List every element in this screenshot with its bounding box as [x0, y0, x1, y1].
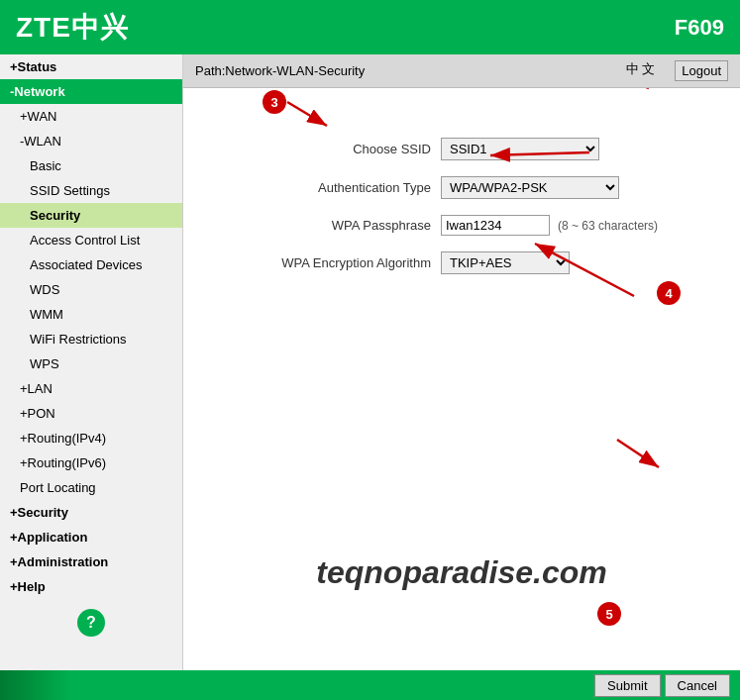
- sidebar-item-basic[interactable]: Basic: [0, 153, 182, 178]
- sidebar-item-lan[interactable]: +LAN: [0, 376, 182, 401]
- choose-ssid-label: Choose SSID: [213, 142, 431, 156]
- main-layout: +Status -Network +WAN -WLAN Basic SSID S…: [0, 54, 740, 670]
- annotation-3: 3: [263, 90, 286, 114]
- sidebar-item-wps[interactable]: WPS: [0, 351, 182, 376]
- svg-line-2: [287, 102, 327, 126]
- submit-button[interactable]: Submit: [594, 674, 660, 697]
- sidebar-item-security-section[interactable]: +Security: [0, 500, 182, 525]
- content-area: Path:Network-WLAN-Security 中 文 Logout 1 …: [183, 54, 740, 670]
- breadcrumb: Path:Network-WLAN-Security: [195, 63, 365, 78]
- passphrase-hint: (8 ~ 63 characters): [558, 219, 658, 233]
- logout-button[interactable]: Logout: [675, 60, 728, 81]
- sidebar-item-network[interactable]: -Network: [0, 79, 182, 104]
- help-button[interactable]: ?: [77, 609, 105, 637]
- sidebar-item-wan[interactable]: +WAN: [0, 104, 182, 129]
- encryption-control: TKIP AES TKIP+AES: [441, 251, 570, 274]
- sidebar-item-associated[interactable]: Associated Devices: [0, 252, 182, 277]
- auth-type-select[interactable]: None WEP WPA-PSK WPA2-PSK WPA/WPA2-PSK: [441, 176, 619, 199]
- path-bar: Path:Network-WLAN-Security 中 文 Logout: [183, 54, 740, 88]
- svg-line-5: [617, 440, 659, 467]
- footer-accent: [0, 670, 119, 700]
- form-row-encryption: WPA Encryption Algorithm TKIP AES TKIP+A…: [213, 251, 710, 274]
- encryption-select[interactable]: TKIP AES TKIP+AES: [441, 251, 570, 274]
- cancel-button[interactable]: Cancel: [665, 674, 730, 697]
- sidebar-item-security[interactable]: Security: [0, 203, 182, 228]
- passphrase-label: WPA Passphrase: [213, 218, 431, 233]
- form-area: 1 2 3 4 Choose SSID SSID1 SSID2: [183, 88, 740, 670]
- watermark: teqnoparadise.com: [316, 554, 606, 591]
- passphrase-control: [441, 215, 550, 236]
- sidebar-item-administration[interactable]: +Administration: [0, 550, 182, 574]
- footer: Submit Cancel: [0, 670, 740, 700]
- annotation-4: 4: [657, 281, 681, 305]
- sidebar-item-pon[interactable]: +PON: [0, 401, 182, 426]
- sidebar-item-wlan[interactable]: -WLAN: [0, 129, 182, 153]
- sidebar-item-routing-ipv4[interactable]: +Routing(IPv4): [0, 426, 182, 450]
- logo: ZTE中兴: [16, 9, 129, 47]
- form-row-ssid: Choose SSID SSID1 SSID2 SSID3 SSID4: [213, 138, 710, 160]
- sidebar-item-wmm[interactable]: WMM: [0, 302, 182, 327]
- sidebar-item-routing-ipv6[interactable]: +Routing(IPv6): [0, 450, 182, 475]
- choose-ssid-control: SSID1 SSID2 SSID3 SSID4: [441, 138, 599, 160]
- language-link[interactable]: 中 文: [626, 60, 656, 81]
- sidebar-item-application[interactable]: +Application: [0, 525, 182, 550]
- model-number: F609: [675, 15, 724, 41]
- path-actions: 中 文 Logout: [626, 60, 728, 81]
- auth-type-control: None WEP WPA-PSK WPA2-PSK WPA/WPA2-PSK: [441, 176, 619, 199]
- header: ZTE中兴 F609: [0, 0, 740, 54]
- sidebar-item-help[interactable]: +Help: [0, 574, 182, 599]
- form-row-passphrase: WPA Passphrase (8 ~ 63 characters): [213, 215, 710, 236]
- choose-ssid-select[interactable]: SSID1 SSID2 SSID3 SSID4: [441, 138, 599, 160]
- sidebar-item-status[interactable]: +Status: [0, 54, 182, 79]
- sidebar-item-acl[interactable]: Access Control List: [0, 228, 182, 252]
- encryption-label: WPA Encryption Algorithm: [213, 255, 431, 270]
- form-row-auth-type: Authentication Type None WEP WPA-PSK WPA…: [213, 176, 710, 199]
- auth-type-label: Authentication Type: [213, 180, 431, 195]
- sidebar-item-port-locating[interactable]: Port Locating: [0, 475, 182, 500]
- passphrase-input[interactable]: [441, 215, 550, 236]
- sidebar-item-wifi-restrictions[interactable]: WiFi Restrictions: [0, 327, 182, 351]
- sidebar: +Status -Network +WAN -WLAN Basic SSID S…: [0, 54, 183, 670]
- sidebar-item-ssid-settings[interactable]: SSID Settings: [0, 178, 182, 203]
- sidebar-item-wds[interactable]: WDS: [0, 277, 182, 302]
- annotation-5: 5: [597, 602, 621, 626]
